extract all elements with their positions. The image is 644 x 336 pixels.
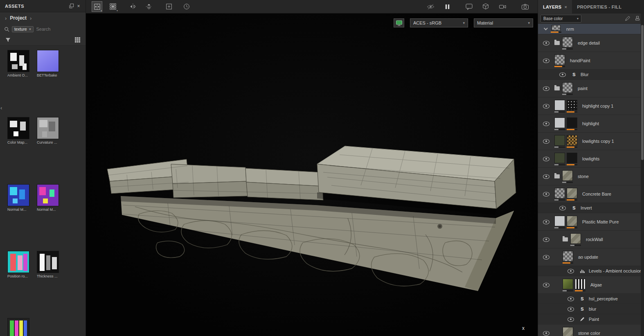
search-filter-chip[interactable]: texture × bbox=[12, 26, 34, 32]
shading-mode-dropdown[interactable]: Material ▾ bbox=[474, 18, 533, 27]
layer-name[interactable]: paint bbox=[578, 86, 588, 91]
visibility-eye-icon[interactable] bbox=[543, 104, 549, 108]
effect-row[interactable]: Blur bbox=[538, 70, 641, 80]
layer-thumbnail[interactable] bbox=[554, 100, 565, 110]
layer-name[interactable]: stone bbox=[578, 174, 589, 179]
effect-name[interactable]: Paint bbox=[589, 317, 599, 322]
asset-thumbnail-thickness[interactable] bbox=[37, 251, 59, 273]
visibility-eye-icon[interactable] bbox=[567, 268, 574, 273]
layer-thumbnail[interactable] bbox=[554, 135, 565, 146]
chip-remove-icon[interactable]: × bbox=[29, 27, 32, 32]
visibility-eye-icon[interactable] bbox=[543, 121, 549, 126]
mask-thumbnail[interactable] bbox=[567, 188, 577, 198]
asset-item[interactable]: BETTerbake bbox=[37, 50, 62, 114]
layer-row[interactable]: highlight bbox=[538, 115, 641, 133]
asset-thumbnail-normal-map[interactable] bbox=[7, 184, 29, 206]
asset-item[interactable]: Curvature ... bbox=[37, 117, 62, 181]
asset-item[interactable]: Color Map... bbox=[7, 117, 33, 181]
layer-row[interactable]: ao update bbox=[538, 248, 641, 266]
layer-row-folder[interactable]: rockWall bbox=[538, 231, 641, 248]
video-camera-icon[interactable] bbox=[497, 1, 508, 12]
layer-row-folder[interactable]: stone bbox=[538, 168, 641, 185]
screenshot-camera-icon[interactable] bbox=[520, 1, 530, 12]
mask-thumbnail[interactable] bbox=[575, 279, 585, 289]
search-input[interactable]: Search bbox=[36, 27, 50, 32]
layer-name[interactable]: highlight copy 1 bbox=[582, 104, 613, 108]
visibility-eye-icon[interactable] bbox=[543, 174, 549, 179]
layer-name[interactable]: stone color bbox=[578, 331, 600, 336]
mask-thumbnail[interactable] bbox=[567, 100, 577, 110]
add-frame-icon[interactable] bbox=[164, 1, 174, 12]
visibility-eye-icon[interactable] bbox=[567, 307, 574, 311]
asset-item[interactable]: Thickness ... bbox=[37, 251, 62, 315]
layer-row-folder[interactable]: edge detail bbox=[538, 34, 641, 52]
layers-scrollbar[interactable] bbox=[641, 14, 644, 336]
asset-item[interactable]: Normal M... bbox=[7, 184, 33, 248]
visibility-eye-icon[interactable] bbox=[543, 255, 549, 259]
asset-thumbnail-world-space[interactable] bbox=[7, 318, 29, 336]
asset-thumbnail-position[interactable] bbox=[7, 251, 29, 273]
visibility-eye-icon[interactable] bbox=[559, 205, 566, 210]
viewport-3d[interactable]: ▾ ▾ bbox=[86, 0, 538, 336]
visibility-eye-icon[interactable] bbox=[543, 41, 549, 45]
effect-name[interactable]: Levels - Ambient occlusion bbox=[589, 268, 641, 273]
layer-name[interactable]: ao update bbox=[578, 255, 598, 259]
asset-thumbnail-color-map[interactable] bbox=[7, 117, 29, 139]
asset-thumbnail-betterbake[interactable] bbox=[37, 50, 59, 72]
layer-thumbnail[interactable] bbox=[563, 251, 573, 262]
tab-properties-fill[interactable]: PROPERTIES - FILL bbox=[572, 0, 626, 14]
layer-thumbnail[interactable] bbox=[554, 54, 565, 65]
effect-name[interactable]: Blur bbox=[581, 72, 589, 77]
layer-row[interactable]: handPaint bbox=[538, 52, 641, 70]
asset-thumbnail-curvature[interactable] bbox=[37, 117, 59, 139]
comment-bubble-icon[interactable] bbox=[464, 1, 474, 12]
pause-engine-icon[interactable] bbox=[442, 1, 453, 12]
visibility-eye-icon[interactable] bbox=[567, 317, 574, 322]
layer-thumbnail[interactable] bbox=[562, 82, 573, 93]
colorspace-dropdown[interactable]: ACES - sRGB ▾ bbox=[410, 18, 468, 27]
visibility-eye-icon[interactable] bbox=[559, 72, 566, 77]
effect-name[interactable]: Invert bbox=[581, 205, 592, 210]
visibility-eye-icon[interactable] bbox=[543, 237, 549, 242]
scrollbar-thumb[interactable] bbox=[641, 25, 644, 160]
tab-close-icon[interactable]: × bbox=[564, 5, 567, 9]
layer-name[interactable]: nrm bbox=[566, 27, 574, 32]
perspective-cube-icon[interactable] bbox=[480, 1, 491, 12]
hide-ui-eye-slash-icon[interactable] bbox=[425, 1, 436, 12]
layer-name[interactable]: Concrete Bare bbox=[582, 192, 611, 196]
effect-row[interactable]: blur bbox=[538, 304, 641, 314]
mirror-vertical-icon[interactable] bbox=[144, 1, 154, 12]
channel-dropdown[interactable]: Base color ▾ bbox=[540, 15, 581, 23]
projection-tool-icon[interactable]: ▾ bbox=[92, 1, 102, 12]
tab-layers[interactable]: LAYERS × bbox=[538, 0, 572, 14]
grid-view-icon[interactable] bbox=[74, 37, 81, 43]
asset-thumbnail-normal-map-2[interactable] bbox=[37, 184, 59, 206]
layer-name[interactable]: Algae bbox=[590, 282, 602, 287]
layer-thumbnail[interactable] bbox=[563, 279, 573, 289]
chevron-right-icon[interactable]: › bbox=[30, 15, 32, 21]
visibility-eye-icon[interactable] bbox=[543, 331, 549, 336]
breadcrumb-project[interactable]: Project bbox=[10, 15, 27, 21]
layer-name[interactable]: rockWall bbox=[586, 237, 603, 242]
panel-collapse-handle[interactable]: ‹ bbox=[0, 105, 2, 111]
layer-row[interactable]: lowlights bbox=[538, 150, 641, 168]
display-profile-icon[interactable] bbox=[394, 18, 404, 27]
visibility-eye-icon[interactable] bbox=[543, 58, 549, 63]
layer-thumbnail[interactable] bbox=[562, 37, 573, 47]
visibility-eye-icon[interactable] bbox=[543, 139, 549, 144]
layer-thumbnail[interactable] bbox=[554, 117, 565, 128]
asset-item[interactable]: Ambient O... bbox=[7, 50, 33, 114]
layer-name[interactable]: Plastic Matte Pure bbox=[582, 219, 619, 224]
layer-row[interactable]: lowlights copy 1 bbox=[538, 133, 641, 150]
layer-thumbnail[interactable] bbox=[563, 327, 573, 336]
layer-name[interactable]: highlight bbox=[582, 121, 599, 126]
tiling-tool-icon[interactable]: ▾ bbox=[108, 1, 118, 12]
stamp-tool-icon[interactable] bbox=[633, 14, 642, 23]
layer-thumbnail[interactable] bbox=[570, 233, 581, 244]
layer-row[interactable]: Algae bbox=[538, 276, 641, 294]
float-panel-icon[interactable] bbox=[68, 2, 75, 10]
close-panel-icon[interactable]: × bbox=[75, 2, 82, 10]
history-clock-icon[interactable] bbox=[181, 1, 192, 12]
layer-name[interactable]: lowlights bbox=[582, 156, 599, 161]
mirror-horizontal-icon[interactable] bbox=[128, 1, 138, 12]
